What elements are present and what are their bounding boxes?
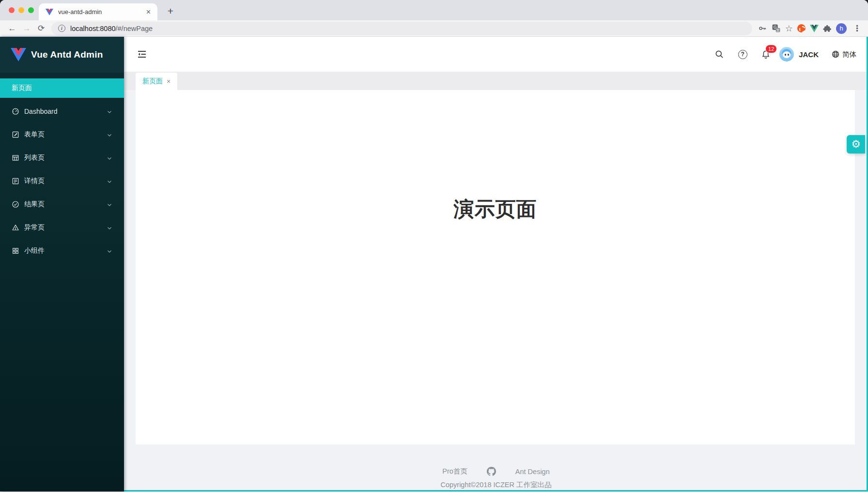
main-area: ? 12 JACK 简体 xyxy=(124,37,868,492)
sidebar-item-exception[interactable]: 异常页 xyxy=(0,218,124,237)
footer-link-antd[interactable]: Ant Design xyxy=(515,468,550,476)
search-icon xyxy=(714,49,724,59)
browser-tab-title: vue-antd-admin xyxy=(58,8,144,15)
language-label: 简体 xyxy=(842,50,856,59)
sidebar-item-widgets[interactable]: 小组件 xyxy=(0,241,124,261)
site-info-icon[interactable]: i xyxy=(58,25,65,32)
page-tab-active[interactable]: 新页面 × xyxy=(136,73,177,90)
sidebar-item-result[interactable]: 结果页 xyxy=(0,195,124,214)
page-footer: Pro首页 Ant Design Copyright©2018 ICZER 工作… xyxy=(124,445,868,492)
browser-toolbar: ← → ⟳ i localhost:8080/#/newPage G文 ☆ h … xyxy=(0,20,868,37)
chevron-down-icon xyxy=(107,178,112,184)
sidebar-item-form[interactable]: 表单页 xyxy=(0,125,124,144)
warning-icon xyxy=(12,224,19,231)
github-icon[interactable] xyxy=(487,467,496,476)
bookmark-star-icon[interactable]: ☆ xyxy=(785,24,793,33)
user-avatar[interactable] xyxy=(779,47,794,62)
browser-profile-avatar[interactable]: h xyxy=(836,23,847,34)
browser-menu-icon[interactable]: ⋮ xyxy=(851,23,863,33)
browser-tabstrip: vue-antd-admin × + xyxy=(0,0,868,20)
page-tabbar: 新页面 × xyxy=(124,72,868,90)
help-button[interactable]: ? xyxy=(733,45,752,64)
sidebar-item-label: 详情页 xyxy=(24,177,107,185)
table-icon xyxy=(12,154,19,162)
sidebar-item-label: 异常页 xyxy=(24,223,107,232)
toolbar-icons: G文 ☆ h ⋮ xyxy=(758,23,863,34)
extension-orange-icon[interactable] xyxy=(797,24,806,32)
page-title: 演示页面 xyxy=(136,90,855,223)
page-tab-close-icon[interactable]: × xyxy=(167,77,170,85)
app-page: Vue Antd Admin 新页面 Dashboard 表单页 xyxy=(0,37,868,492)
chevron-down-icon xyxy=(107,201,112,207)
chevron-down-icon xyxy=(107,155,112,161)
footer-copyright: Copyright©2018 ICZER 工作室出品 xyxy=(124,480,868,490)
footer-links: Pro首页 Ant Design xyxy=(124,445,868,476)
reload-icon[interactable]: ⟳ xyxy=(34,21,48,36)
sidebar-item-newpage[interactable]: 新页面 xyxy=(0,78,124,98)
address-bar[interactable]: i localhost:8080/#/newPage xyxy=(51,22,752,35)
question-circle-icon: ? xyxy=(738,50,747,59)
browser-tab[interactable]: vue-antd-admin × xyxy=(39,3,157,20)
page-tab-label: 新页面 xyxy=(142,77,163,86)
sidebar-item-label: 结果页 xyxy=(24,200,107,209)
chevron-down-icon xyxy=(107,132,112,138)
accent-bottom-edge xyxy=(0,490,868,492)
url-text[interactable]: localhost:8080/#/newPage xyxy=(70,25,153,32)
tab-close-icon[interactable]: × xyxy=(144,8,153,16)
content-card: 演示页面 xyxy=(136,90,855,445)
notification-button[interactable]: 12 xyxy=(756,45,775,64)
app-logo[interactable]: Vue Antd Admin xyxy=(0,37,124,73)
app-title: Vue Antd Admin xyxy=(31,49,103,60)
header-actions: ? 12 JACK 简体 xyxy=(710,45,856,64)
sidebar-item-detail[interactable]: 详情页 xyxy=(0,171,124,191)
password-key-icon[interactable] xyxy=(758,24,767,33)
svg-text:文: 文 xyxy=(776,28,779,32)
chevron-down-icon xyxy=(107,248,112,254)
check-circle-icon xyxy=(12,200,19,208)
sidebar-item-label: 新页面 xyxy=(12,84,112,92)
sidebar-item-label: 小组件 xyxy=(24,246,107,255)
vue-devtools-icon[interactable] xyxy=(810,25,819,32)
fullscreen-window-button[interactable] xyxy=(28,7,34,13)
forward-icon: → xyxy=(19,21,34,36)
close-window-button[interactable] xyxy=(9,7,15,13)
sidebar-item-list[interactable]: 列表页 xyxy=(0,148,124,168)
dashboard-icon xyxy=(12,108,19,115)
browser-window: vue-antd-admin × + ← → ⟳ i localhost:808… xyxy=(0,0,868,492)
content-area: 演示页面 Pro首页 Ant Design Copyright©2018 ICZ… xyxy=(124,90,868,492)
sidebar-item-dashboard[interactable]: Dashboard xyxy=(0,102,124,121)
language-selector[interactable]: 简体 xyxy=(831,50,856,59)
sidebar-item-label: 列表页 xyxy=(24,154,107,162)
sidebar-item-label: 表单页 xyxy=(24,130,107,139)
translate-icon[interactable]: G文 xyxy=(772,24,781,33)
back-icon[interactable]: ← xyxy=(5,21,19,36)
notification-badge: 12 xyxy=(766,45,776,53)
sidebar-item-label: Dashboard xyxy=(24,108,107,115)
sidebar-menu: 新页面 Dashboard 表单页 列表页 xyxy=(0,73,124,261)
chevron-down-icon xyxy=(107,108,112,114)
profile-icon xyxy=(12,177,19,185)
globe-icon xyxy=(831,50,840,59)
url-path: /#/newPage xyxy=(116,25,153,32)
gear-icon: ⚙ xyxy=(851,138,861,151)
menu-fold-icon[interactable] xyxy=(137,49,147,60)
footer-link-pro[interactable]: Pro首页 xyxy=(442,467,467,476)
macos-traffic-lights xyxy=(9,7,34,13)
app-header: ? 12 JACK 简体 xyxy=(124,37,868,72)
url-host: localhost:8080 xyxy=(70,25,116,32)
form-icon xyxy=(12,131,19,138)
appstore-icon xyxy=(12,247,19,255)
search-button[interactable] xyxy=(710,45,729,64)
vue-logo-icon xyxy=(11,48,26,62)
minimize-window-button[interactable] xyxy=(18,7,24,13)
sidebar: Vue Antd Admin 新页面 Dashboard 表单页 xyxy=(0,37,124,492)
chevron-down-icon xyxy=(107,225,112,231)
new-tab-button[interactable]: + xyxy=(164,5,177,17)
user-name[interactable]: JACK xyxy=(799,50,819,59)
settings-drawer-button[interactable]: ⚙ xyxy=(847,135,865,154)
vue-favicon xyxy=(46,8,53,16)
extensions-puzzle-icon[interactable] xyxy=(823,24,832,33)
